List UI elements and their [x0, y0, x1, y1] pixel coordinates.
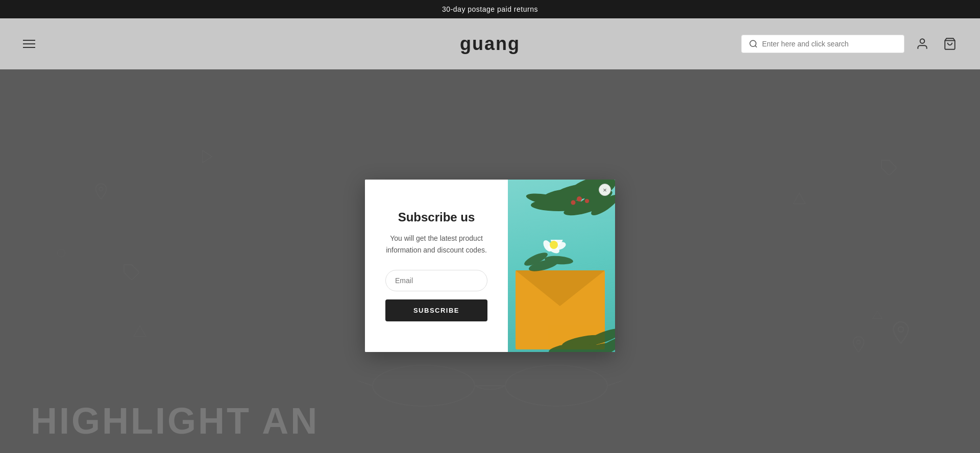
search-bar[interactable] [741, 35, 904, 53]
hamburger-line [23, 40, 35, 41]
header-right [741, 34, 960, 54]
modal-form-panel: Subscribe us You will get the latest pro… [365, 180, 508, 352]
hamburger-line [23, 43, 35, 44]
announcement-text: 30-day postage paid returns [442, 5, 538, 13]
svg-point-0 [750, 40, 756, 46]
svg-line-1 [755, 45, 756, 47]
header: guang [0, 18, 980, 69]
svg-point-30 [585, 199, 589, 203]
shopping-bag-button[interactable] [940, 34, 960, 54]
pine-branch-bottom [508, 291, 615, 352]
site-logo[interactable]: guang [460, 33, 520, 55]
header-left [20, 37, 38, 51]
modal-description: You will get the latest product informat… [385, 233, 487, 256]
user-account-button[interactable] [913, 34, 932, 54]
main-content: HIGHLIGHT AN × Subscribe us You will get… [0, 69, 980, 453]
search-icon [749, 39, 758, 48]
modal-overlay: × Subscribe us You will get the latest p… [0, 69, 980, 453]
svg-point-38 [550, 241, 558, 249]
hamburger-line [23, 47, 35, 48]
svg-point-29 [577, 196, 582, 202]
svg-point-31 [571, 200, 576, 205]
subscribe-button[interactable]: SUBSCRIBE [385, 299, 487, 321]
modal-image-bg [508, 180, 615, 352]
search-input[interactable] [762, 40, 897, 48]
modal-image-panel [508, 180, 615, 352]
email-field[interactable] [385, 270, 487, 291]
announcement-bar: 30-day postage paid returns [0, 0, 980, 18]
bag-icon [943, 37, 957, 51]
subscribe-modal: × Subscribe us You will get the latest p… [365, 180, 615, 352]
modal-title: Subscribe us [398, 210, 475, 224]
user-icon [916, 37, 929, 51]
modal-close-button[interactable]: × [599, 184, 611, 196]
svg-point-2 [920, 39, 925, 43]
hamburger-button[interactable] [20, 37, 38, 51]
